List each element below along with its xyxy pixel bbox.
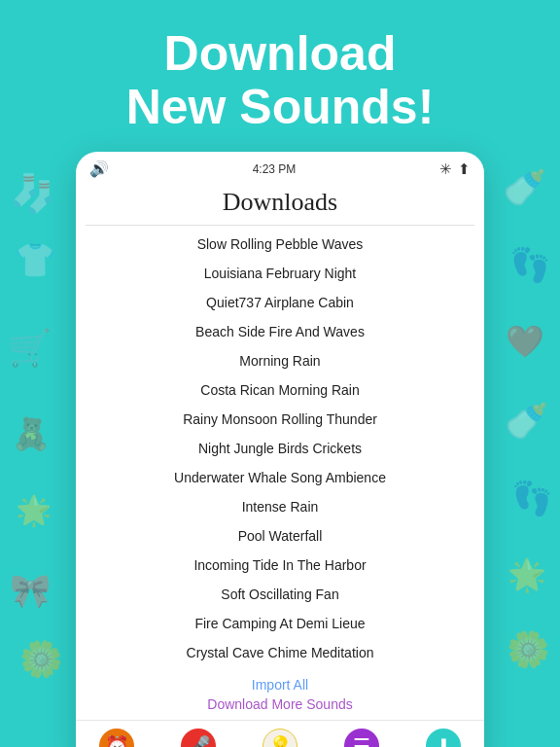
sound-item[interactable]: Louisiana February Night	[76, 259, 484, 288]
header-line1: Download	[164, 26, 397, 81]
timer-tab-icon: ⏰	[99, 729, 134, 747]
device-frame: 🔊 4:23 PM ✳ ⬆ Downloads Slow Rolling Peb…	[76, 152, 484, 747]
sound-item[interactable]: Rainy Monsoon Rolling Thunder	[76, 405, 484, 434]
sound-item[interactable]: Quiet737 Airplane Cabin	[76, 288, 484, 317]
sound-item[interactable]: Underwater Whale Song Ambience	[76, 463, 484, 492]
sound-item[interactable]: Intense Rain	[76, 492, 484, 521]
share-icon: ⬆	[458, 160, 471, 178]
ideas-tab-icon: 💡	[262, 729, 298, 747]
sound-item[interactable]: Soft Oscillating Fan	[76, 580, 484, 609]
import-all-link[interactable]: Import All	[76, 671, 484, 694]
sound-list[interactable]: Slow Rolling Pebble WavesLouisiana Febru…	[76, 226, 484, 671]
list-tab-icon: ☰	[344, 729, 379, 747]
header: Download New Sounds!	[0, 0, 560, 152]
download-more-link[interactable]: Download More Sounds	[76, 694, 484, 720]
record-tab[interactable]: 🎤	[181, 729, 216, 747]
sound-item[interactable]: Fire Camping At Demi Lieue	[76, 609, 484, 638]
header-title: Download New Sounds!	[0, 27, 560, 134]
sound-item[interactable]: Crystal Cave Chime Meditation	[76, 638, 484, 667]
record-tab-icon: 🎤	[181, 729, 216, 747]
sound-item[interactable]: Costa Rican Morning Rain	[76, 375, 484, 405]
brightness-icon: ✳	[439, 160, 452, 178]
sound-item[interactable]: Morning Rain	[76, 346, 484, 375]
sound-item[interactable]: Beach Side Fire And Waves	[76, 317, 484, 346]
timer-tab[interactable]: ⏰	[99, 729, 134, 747]
sound-item[interactable]: Night Jungle Birds Crickets	[76, 434, 484, 463]
list-tab[interactable]: ☰	[344, 729, 379, 747]
header-line2: New Sounds!	[126, 80, 435, 134]
sound-item[interactable]: Incoming Tide In The Harbor	[76, 551, 484, 580]
downloads-title: Downloads	[86, 182, 474, 226]
download-tab[interactable]: ⬇	[426, 729, 461, 747]
sound-item[interactable]: Pool Waterfall	[76, 521, 484, 551]
time-display: 4:23 PM	[253, 162, 297, 176]
volume-icon: 🔊	[89, 160, 109, 178]
status-icons: ✳ ⬆	[439, 160, 471, 178]
ideas-tab[interactable]: 💡	[262, 729, 298, 747]
tab-bar: ⏰🎤💡☰⬇	[76, 720, 484, 747]
status-bar: 🔊 4:23 PM ✳ ⬆	[76, 152, 484, 182]
sound-item[interactable]: Slow Rolling Pebble Waves	[76, 230, 484, 259]
download-tab-icon: ⬇	[426, 729, 461, 747]
